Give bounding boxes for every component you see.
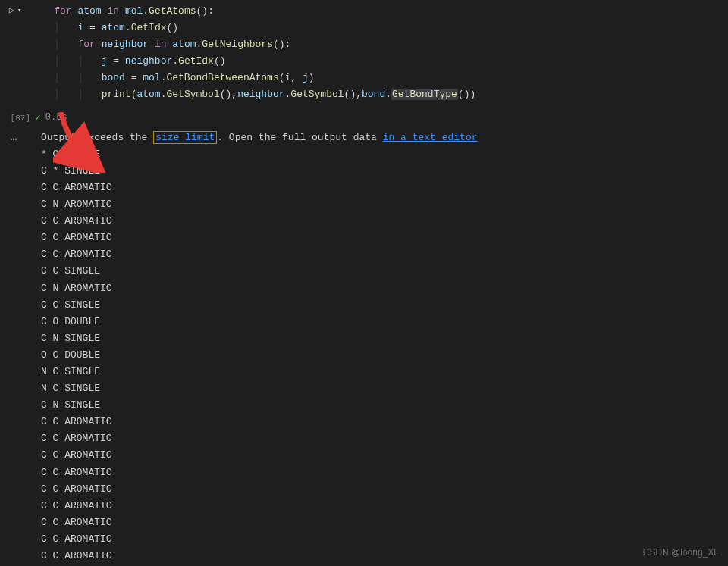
code-token: GetAtoms [149, 5, 196, 17]
code-token: atom [102, 22, 125, 33]
code-token: j [303, 72, 309, 83]
cell-gutter: ▷▾ [0, 0, 30, 108]
code-token: () [344, 89, 356, 100]
output-line: C C AROMATIC [41, 464, 728, 481]
code-token: . [172, 55, 178, 67]
execution-time: 0.5s [46, 110, 67, 125]
output-line: C C SINGLE [41, 263, 728, 280]
code-token: = [83, 22, 101, 33]
code-token: () [220, 89, 232, 100]
output-line: C C AROMATIC [41, 447, 728, 464]
output-line: * C SINGLE [41, 146, 728, 163]
chevron-down-icon: ▾ [17, 5, 21, 17]
output-line: C C SINGLE [41, 297, 728, 314]
code-token: . [125, 22, 131, 33]
code-token: for [77, 39, 95, 50]
code-token: () [166, 22, 178, 33]
watermark: CSDN @loong_XL [643, 545, 719, 560]
code-token: () [458, 89, 470, 100]
code-token: ) [309, 72, 315, 83]
output-line: C O DOUBLE [41, 314, 728, 330]
code-token: for [54, 5, 71, 17]
output-line: C C AROMATIC [41, 246, 728, 263]
code-token: GetNeighbors [202, 39, 273, 50]
code-token: neighbor [125, 55, 172, 67]
code-token: ( [279, 72, 285, 83]
code-token: GetIdx [178, 55, 214, 67]
output-line: N C SINGLE [41, 364, 728, 380]
code-editor[interactable]: for atom in mol.GetAtoms(): │ i = atom.G… [30, 0, 728, 108]
code-token: (): [273, 39, 290, 50]
output-line: C N AROMATIC [41, 280, 728, 297]
code-token: atom [136, 89, 160, 100]
code-token: in [107, 5, 119, 17]
code-token: bond [102, 72, 125, 83]
size-limit-link[interactable]: size limit [153, 131, 217, 144]
code-token: (): [196, 5, 214, 17]
code-token: bond [362, 89, 385, 100]
code-token: GetBondType [391, 89, 458, 100]
notice-text: Output exceeds the [41, 132, 153, 143]
code-token: in [155, 39, 167, 50]
code-token: GetSymbol [290, 89, 344, 100]
output-line: C N SINGLE [41, 397, 728, 414]
output-line: C C AROMATIC [41, 230, 728, 246]
code-token: neighbor [102, 39, 149, 50]
run-cell-button[interactable]: ▷▾ [9, 3, 22, 18]
play-icon: ▷ [9, 3, 14, 18]
code-token: print [102, 89, 131, 100]
output-line: C C AROMATIC [41, 414, 728, 430]
output-actions[interactable]: ⋯ [0, 130, 41, 564]
output-line: C N SINGLE [41, 330, 728, 347]
output-line: N C SINGLE [41, 380, 728, 397]
output-line: C C AROMATIC [41, 180, 728, 196]
code-token: , [290, 72, 303, 83]
output-line: C C AROMATIC [41, 531, 728, 548]
code-token: GetIdx [131, 22, 167, 33]
open-text-editor-link[interactable]: in a text editor [383, 132, 478, 143]
output-line: C * SINGLE [41, 163, 728, 180]
output-line: C C AROMATIC [41, 430, 728, 447]
code-token: mol [125, 5, 143, 17]
output-line: C C AROMATIC [41, 548, 728, 564]
code-token: mol [143, 72, 160, 83]
code-token: GetBondBetweenAtoms [166, 72, 278, 83]
code-token: GetSymbol [166, 89, 219, 100]
execution-status-row: [87] ✓ 0.5s [0, 108, 728, 130]
code-token: = [125, 72, 143, 83]
code-token: , [231, 89, 237, 100]
output-line: O C DOUBLE [41, 347, 728, 364]
code-token: . [143, 5, 149, 17]
code-token: () [214, 55, 226, 67]
execution-count: [87] [0, 111, 35, 126]
code-token: atom [172, 39, 196, 50]
output-truncation-notice: Output exceeds the size limit. Open the … [41, 130, 728, 146]
code-token: ) [469, 89, 475, 100]
output-cell: ⋯ Output exceeds the size limit. Open th… [0, 130, 728, 564]
code-token: atom [77, 5, 101, 17]
output-line: C C AROMATIC [41, 514, 728, 531]
output-body: Output exceeds the size limit. Open the … [41, 130, 728, 564]
check-icon: ✓ [35, 110, 41, 127]
code-cell: ▷▾ for atom in mol.GetAtoms(): │ i = ato… [0, 0, 728, 108]
output-line: C C AROMATIC [41, 213, 728, 230]
notice-text: . Open the full output data [217, 132, 382, 143]
output-line: C C AROMATIC [41, 498, 728, 514]
output-line: C N AROMATIC [41, 196, 728, 213]
code-token: . [385, 89, 391, 100]
code-token: , [356, 89, 362, 100]
code-token: = [107, 55, 124, 67]
code-token: neighbor [237, 89, 284, 100]
output-line: C C AROMATIC [41, 481, 728, 498]
